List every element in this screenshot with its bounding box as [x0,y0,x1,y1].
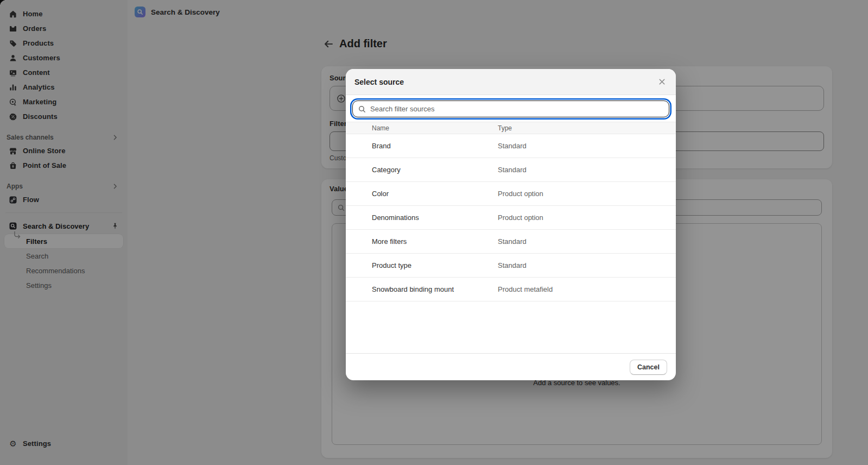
filter-source-search [352,100,669,117]
source-type: Standard [498,142,527,150]
modal-header: Select source [346,69,676,95]
source-type: Standard [498,237,527,246]
select-source-modal: Select source Name Type BrandStandardCat… [346,69,676,380]
table-header: Name Type [346,122,676,134]
source-name: More filters [346,237,498,246]
source-name: Category [346,166,498,174]
column-header-name: Name [346,124,498,132]
source-name: Product type [346,261,498,269]
cancel-button[interactable]: Cancel [630,360,667,375]
table-row[interactable]: More filtersStandard [346,230,676,254]
table-row[interactable]: ColorProduct option [346,182,676,206]
close-icon[interactable] [656,77,667,87]
source-table-body: BrandStandardCategoryStandardColorProduc… [346,134,676,301]
source-type: Standard [498,166,527,174]
search-input[interactable] [370,105,664,113]
source-name: Color [346,190,498,198]
source-type: Product option [498,190,543,198]
source-name: Snowboard binding mount [346,285,498,293]
modal-footer: Cancel [346,353,676,380]
admin-app-frame: HomeOrdersProductsCustomersContentAnalyt… [0,0,868,465]
search-icon [358,105,366,114]
source-name: Brand [346,142,498,150]
source-type: Product option [498,213,543,222]
table-row[interactable]: CategoryStandard [346,158,676,182]
source-type: Standard [498,261,527,269]
source-type: Product metafield [498,285,553,293]
table-row[interactable]: Product typeStandard [346,254,676,278]
table-row[interactable]: Snowboard binding mountProduct metafield [346,278,676,301]
column-header-type: Type [498,124,512,132]
table-row[interactable]: DenominationsProduct option [346,206,676,230]
modal-title: Select source [354,78,404,86]
source-name: Denominations [346,213,498,222]
table-row[interactable]: BrandStandard [346,134,676,158]
